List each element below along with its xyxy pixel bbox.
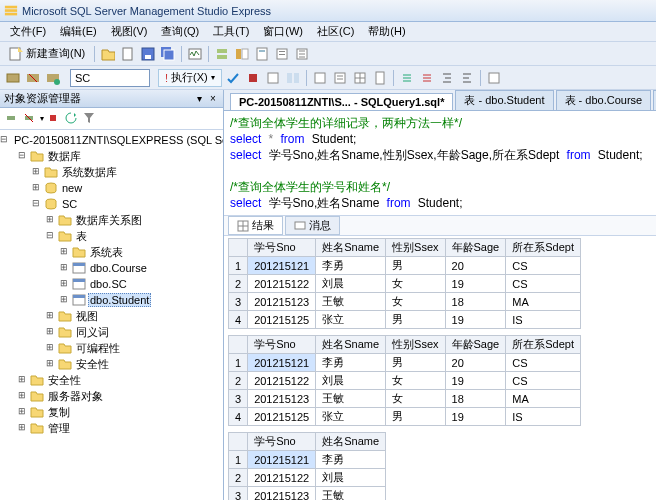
- pane-dropdown-icon[interactable]: ▾: [193, 93, 205, 105]
- open-file-button[interactable]: [119, 45, 137, 63]
- menu-query[interactable]: 查询(Q): [155, 22, 205, 41]
- outdent-button[interactable]: [458, 69, 476, 87]
- col-header[interactable]: 学号Sno: [248, 433, 316, 451]
- tree-sysdb[interactable]: ⊞系统数据库: [0, 164, 223, 180]
- tree-dbdiagram[interactable]: ⊞数据库关系图: [0, 212, 223, 228]
- parse-button[interactable]: [224, 69, 242, 87]
- tree-databases[interactable]: ⊟数据库: [0, 148, 223, 164]
- tree-security2[interactable]: ⊞安全性: [0, 372, 223, 388]
- execute-button[interactable]: ! 执行(X) ▾: [158, 69, 222, 87]
- tree-replication[interactable]: ⊞复制: [0, 404, 223, 420]
- result-grid-1[interactable]: 学号Sno姓名Sname性别Ssex年龄Sage所在系Sdept12012151…: [228, 238, 581, 329]
- include-plan-button[interactable]: [311, 69, 329, 87]
- tab-course[interactable]: 表 - dbo.Course: [556, 90, 652, 110]
- indent-button[interactable]: [438, 69, 456, 87]
- table-row[interactable]: 3201215123王敏: [229, 487, 386, 501]
- object-explorer-button[interactable]: [233, 45, 251, 63]
- save-all-button[interactable]: [159, 45, 177, 63]
- results-file-button[interactable]: [371, 69, 389, 87]
- menu-file[interactable]: 文件(F): [4, 22, 52, 41]
- col-header[interactable]: 姓名Sname: [316, 336, 386, 354]
- stop-button[interactable]: [46, 111, 62, 127]
- tree-security[interactable]: ⊞安全性: [0, 356, 223, 372]
- sql-editor[interactable]: /*查询全体学生的详细记录，两种方法一样*/ select * from Stu…: [224, 111, 656, 216]
- tree-management[interactable]: ⊞管理: [0, 420, 223, 436]
- new-query-button[interactable]: 新建查询(N): [4, 44, 90, 64]
- object-explorer-tree[interactable]: ⊟PC-20150811ZNTI\SQLEXPRESS (SQL Ser ⊟数据…: [0, 130, 223, 500]
- tree-synonyms[interactable]: ⊞同义词: [0, 324, 223, 340]
- table-row[interactable]: 3201215123王敏女18MA: [229, 293, 581, 311]
- activity-monitor-button[interactable]: [186, 45, 204, 63]
- col-header[interactable]: 所在系Sdept: [506, 336, 581, 354]
- tree-new[interactable]: ⊞new: [0, 180, 223, 196]
- tree-programmability[interactable]: ⊞可编程性: [0, 340, 223, 356]
- tree-server[interactable]: ⊟PC-20150811ZNTI\SQLEXPRESS (SQL Ser: [0, 132, 223, 148]
- results-text-button[interactable]: [331, 69, 349, 87]
- menu-tools[interactable]: 工具(T): [207, 22, 255, 41]
- open-button[interactable]: [99, 45, 117, 63]
- col-header[interactable]: 性别Ssex: [386, 336, 445, 354]
- tree-serverobj[interactable]: ⊞服务器对象: [0, 388, 223, 404]
- col-header[interactable]: 姓名Sname: [316, 433, 386, 451]
- tree-student[interactable]: ⊞dbo.Student: [0, 292, 223, 308]
- change-db-button[interactable]: [44, 69, 62, 87]
- cancel-button[interactable]: [244, 69, 262, 87]
- messages-tab[interactable]: 消息: [285, 216, 340, 235]
- col-header[interactable]: 学号Sno: [248, 336, 316, 354]
- disconnect-button[interactable]: [24, 69, 42, 87]
- specify-template-button[interactable]: [485, 69, 503, 87]
- table-row[interactable]: 2201215122刘晨女19CS: [229, 372, 581, 390]
- disconnect-oe-button[interactable]: [22, 111, 38, 127]
- tree-tables[interactable]: ⊟表: [0, 228, 223, 244]
- table-row[interactable]: 1201215121李勇男20CS: [229, 257, 581, 275]
- tree-sc-table[interactable]: ⊞dbo.SC: [0, 276, 223, 292]
- result-grid-2[interactable]: 学号Sno姓名Sname性别Ssex年龄Sage所在系Sdept12012151…: [228, 335, 581, 426]
- results-tab[interactable]: 结果: [228, 216, 283, 235]
- design-query-button[interactable]: [284, 69, 302, 87]
- table-row[interactable]: 2201215122刘晨女19CS: [229, 275, 581, 293]
- menu-help[interactable]: 帮助(H): [362, 22, 411, 41]
- table-row[interactable]: 3201215123王敏女18MA: [229, 390, 581, 408]
- col-header[interactable]: 所在系Sdept: [506, 239, 581, 257]
- col-header[interactable]: 性别Ssex: [386, 239, 445, 257]
- result-grid-3[interactable]: 学号Sno姓名Sname1201215121李勇2201215122刘晨3201…: [228, 432, 386, 500]
- col-header[interactable]: 学号Sno: [248, 239, 316, 257]
- table-row[interactable]: 1201215121李勇男20CS: [229, 354, 581, 372]
- refresh-button[interactable]: [64, 111, 80, 127]
- filter-button[interactable]: [82, 111, 98, 127]
- tree-course[interactable]: ⊞dbo.Course: [0, 260, 223, 276]
- properties-button[interactable]: [293, 45, 311, 63]
- tab-sql[interactable]: PC-20150811ZNTI\S... - SQLQuery1.sql*: [230, 93, 453, 110]
- col-header[interactable]: 年龄Sage: [445, 239, 506, 257]
- tree-sc[interactable]: ⊟SC: [0, 196, 223, 212]
- execute-label: 执行(X): [171, 70, 208, 85]
- table-row[interactable]: 4201215125张立男19IS: [229, 408, 581, 426]
- menu-edit[interactable]: 编辑(E): [54, 22, 103, 41]
- object-explorer-header: 对象资源管理器 ▾ ×: [0, 90, 223, 108]
- menu-view[interactable]: 视图(V): [105, 22, 154, 41]
- change-connection-button[interactable]: [4, 69, 22, 87]
- results-grid-button[interactable]: [351, 69, 369, 87]
- tab-student[interactable]: 表 - dbo.Student: [455, 90, 553, 110]
- connect-button[interactable]: [4, 111, 20, 127]
- template-explorer-button[interactable]: [253, 45, 271, 63]
- comment-button[interactable]: [398, 69, 416, 87]
- svg-rect-34: [7, 116, 15, 120]
- menu-community[interactable]: 社区(C): [311, 22, 360, 41]
- uncomment-button[interactable]: [418, 69, 436, 87]
- table-row[interactable]: 2201215122刘晨: [229, 469, 386, 487]
- tree-systables[interactable]: ⊞系统表: [0, 244, 223, 260]
- tree-views[interactable]: ⊞视图: [0, 308, 223, 324]
- registered-servers-button[interactable]: [213, 45, 231, 63]
- results-pane[interactable]: 学号Sno姓名Sname性别Ssex年龄Sage所在系Sdept12012151…: [224, 236, 656, 500]
- display-plan-button[interactable]: [264, 69, 282, 87]
- save-button[interactable]: [139, 45, 157, 63]
- database-combo[interactable]: [70, 69, 150, 87]
- menu-window[interactable]: 窗口(W): [257, 22, 309, 41]
- pane-close-icon[interactable]: ×: [207, 93, 219, 105]
- table-row[interactable]: 4201215125张立男19IS: [229, 311, 581, 329]
- table-row[interactable]: 1201215121李勇: [229, 451, 386, 469]
- col-header[interactable]: 年龄Sage: [445, 336, 506, 354]
- col-header[interactable]: 姓名Sname: [316, 239, 386, 257]
- summary-button[interactable]: [273, 45, 291, 63]
